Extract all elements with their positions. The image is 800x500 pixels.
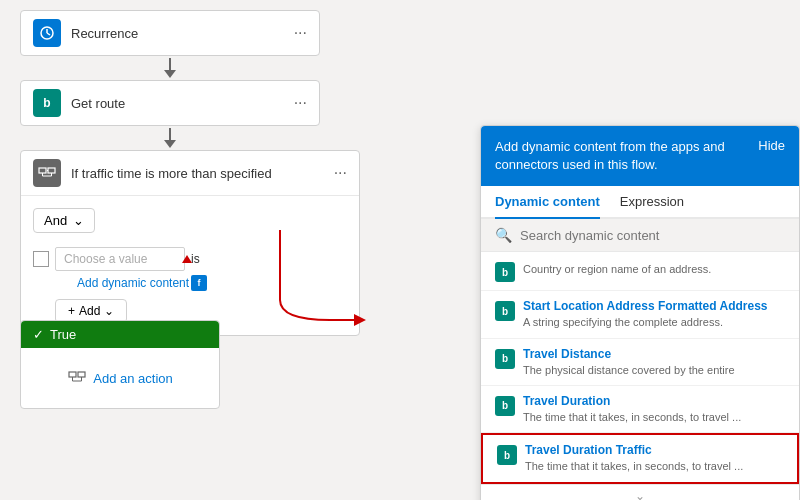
add-dynamic-content-link[interactable]: Add dynamic content f xyxy=(77,275,347,291)
item-title: Travel Distance xyxy=(523,347,785,361)
search-input[interactable] xyxy=(520,228,785,243)
add-chevron: ⌄ xyxy=(104,304,114,318)
add-action-icon xyxy=(67,368,87,388)
and-chevron: ⌄ xyxy=(73,213,84,228)
search-icon: 🔍 xyxy=(495,227,512,243)
scroll-arrow-down: ⌄ xyxy=(635,489,645,500)
bing-icon-item: b xyxy=(495,396,515,416)
list-item[interactable]: b Country or region name of an address. xyxy=(481,252,799,291)
svg-rect-4 xyxy=(48,168,55,173)
svg-rect-3 xyxy=(39,168,46,173)
bing-icon-item: b xyxy=(495,349,515,369)
dynamic-content-icon: f xyxy=(191,275,207,291)
list-item-selected[interactable]: b Travel Duration Traffic The time that … xyxy=(481,433,799,483)
get-route-block: b Get route ··· xyxy=(20,80,320,126)
item-title: Start Location Address Formatted Address xyxy=(523,299,785,313)
bing-icon-item: b xyxy=(495,301,515,321)
add-action-label: Add an action xyxy=(93,371,173,386)
condition-block: If traffic time is more than specified ·… xyxy=(20,150,360,336)
recurrence-title: Recurrence xyxy=(71,26,294,41)
condition-more[interactable]: ··· xyxy=(334,164,347,182)
connector-line-2 xyxy=(169,128,171,140)
condition-title: If traffic time is more than specified xyxy=(71,166,334,181)
true-block: ✓ True Add an action xyxy=(20,320,220,409)
item-title: Travel Duration xyxy=(523,394,785,408)
panel-search-bar: 🔍 xyxy=(481,219,799,252)
panel-items-list: b Country or region name of an address. … xyxy=(481,252,799,483)
value-arrow xyxy=(182,255,192,263)
hide-link[interactable]: Hide xyxy=(758,138,785,153)
add-plus: + xyxy=(68,304,75,318)
item-desc: The time that it takes, in seconds, to t… xyxy=(523,410,785,424)
tab-dynamic-content[interactable]: Dynamic content xyxy=(495,186,600,219)
dynamic-content-panel: Add dynamic content from the apps and co… xyxy=(480,125,800,500)
get-route-title: Get route xyxy=(71,96,294,111)
list-item[interactable]: b Travel Distance The physical distance … xyxy=(481,339,799,386)
and-dropdown[interactable]: And ⌄ xyxy=(33,208,95,233)
item-desc: A string specifying the complete address… xyxy=(523,315,785,329)
item-desc: Country or region name of an address. xyxy=(523,262,785,276)
bing-icon-item: b xyxy=(495,262,515,282)
connector-arrow-2 xyxy=(164,140,176,148)
add-dynamic-label: Add dynamic content xyxy=(77,276,189,290)
list-item[interactable]: b Start Location Address Formatted Addre… xyxy=(481,291,799,338)
condition-icon xyxy=(33,159,61,187)
panel-tabs: Dynamic content Expression xyxy=(481,186,799,219)
tab-expression[interactable]: Expression xyxy=(620,186,684,217)
true-header: ✓ True xyxy=(21,321,219,348)
get-route-more[interactable]: ··· xyxy=(294,94,307,112)
svg-rect-9 xyxy=(69,372,76,377)
bing-icon-1: b xyxy=(33,89,61,117)
item-desc: The time that it takes, in seconds, to t… xyxy=(525,459,783,473)
condition-checkbox[interactable] xyxy=(33,251,49,267)
panel-header: Add dynamic content from the apps and co… xyxy=(481,126,799,186)
add-action-button[interactable]: Add an action xyxy=(67,368,173,388)
recurrence-block: Recurrence ··· xyxy=(20,10,320,56)
list-item[interactable]: b Travel Duration The time that it takes… xyxy=(481,386,799,433)
recurrence-more[interactable]: ··· xyxy=(294,24,307,42)
connector-line-1 xyxy=(169,58,171,70)
connector-arrow-1 xyxy=(164,70,176,78)
condition-header: If traffic time is more than specified ·… xyxy=(21,151,359,196)
scroll-indicator: ⌄ xyxy=(481,484,799,500)
add-label: Add xyxy=(79,304,100,318)
svg-rect-10 xyxy=(78,372,85,377)
clock-icon xyxy=(33,19,61,47)
and-label: And xyxy=(44,213,67,228)
true-label: True xyxy=(50,327,76,342)
bing-icon-item: b xyxy=(497,445,517,465)
is-label: is xyxy=(191,252,200,266)
check-mark: ✓ xyxy=(33,327,44,342)
choose-value-input[interactable]: Choose a value xyxy=(55,247,185,271)
choose-value-placeholder: Choose a value xyxy=(64,252,147,266)
svg-line-2 xyxy=(47,33,50,35)
item-title: Travel Duration Traffic xyxy=(525,443,783,457)
panel-header-text: Add dynamic content from the apps and co… xyxy=(495,138,748,174)
item-desc: The physical distance covered by the ent… xyxy=(523,363,785,377)
